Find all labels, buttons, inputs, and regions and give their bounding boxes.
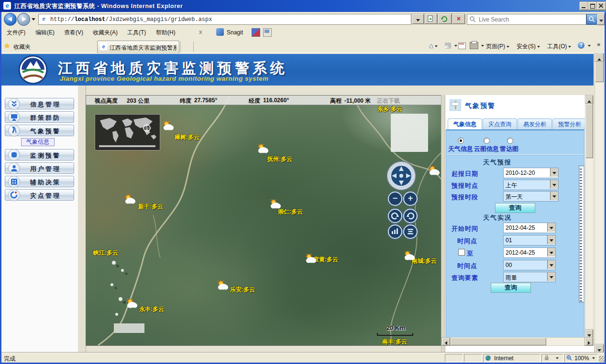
favorites-button[interactable]: ★ 收藏夹	[3, 41, 45, 51]
snagit-capture-icon[interactable]	[252, 28, 260, 37]
sidebar-subitem-weather-info[interactable]: 气象信息	[21, 138, 55, 146]
scrollbar-thumb[interactable]	[585, 104, 593, 158]
chevron-more-icon[interactable]: »	[597, 41, 600, 48]
tab-susceptibility-analysis[interactable]: 易发分析	[518, 118, 552, 130]
scroll-down-button[interactable]	[595, 344, 604, 353]
sidebar-item-group-prevention[interactable]: 群策群防	[5, 111, 74, 123]
tab-warning-analysis[interactable]: 预警分析	[552, 118, 587, 130]
weather-marker-label[interactable]: 乐安:多云	[230, 286, 255, 294]
print-icon[interactable]	[470, 42, 478, 49]
sidebar-splitter[interactable]	[78, 86, 86, 353]
search-go-button[interactable]	[586, 14, 598, 25]
dropdown-arrow-icon[interactable]	[547, 236, 555, 244]
radio-radar-image[interactable]	[507, 138, 513, 144]
home-icon[interactable]: ⌂	[429, 42, 438, 50]
select-time-point-2[interactable]: 00	[503, 260, 556, 270]
weather-marker-label[interactable]: 南丰:多云	[382, 338, 407, 346]
command-safety-button[interactable]: 安全(S)	[517, 43, 540, 51]
select-forecast-time[interactable]: 上午	[503, 180, 559, 190]
menu-help[interactable]: 帮助(H)	[153, 27, 178, 38]
weather-marker-label[interactable]: 新干:多云	[138, 203, 163, 211]
menu-favorites[interactable]: 收藏夹(A)	[90, 27, 121, 38]
menu-tools[interactable]: 工具(T)	[124, 27, 149, 38]
dropdown-arrow-icon[interactable]	[550, 180, 558, 189]
scroll-up-button[interactable]	[585, 96, 593, 104]
rotate-ccw-button[interactable]	[403, 209, 418, 223]
protected-mode-cell[interactable]	[541, 354, 563, 362]
snagit-label[interactable]: Snagit	[227, 29, 243, 36]
close-button[interactable]	[597, 2, 606, 10]
select-query-element[interactable]: 雨量	[503, 272, 556, 282]
scroll-right-button[interactable]	[585, 338, 593, 345]
search-input[interactable]	[478, 15, 575, 23]
weather-marker-label[interactable]: 永丰:多云	[139, 305, 164, 313]
sun-cloud-icon[interactable]	[257, 144, 270, 154]
browser-tab[interactable]: e 江西省地质灾害监测预警系统	[97, 41, 179, 53]
weather-marker-label[interactable]: 抚州:多云	[267, 155, 292, 163]
search-options-dropdown[interactable]	[597, 14, 605, 25]
dropdown-arrow-icon[interactable]	[547, 272, 555, 281]
collapsed-list-strip[interactable]	[579, 165, 584, 303]
dropdown-arrow-icon[interactable]	[547, 260, 555, 269]
sun-cloud-icon[interactable]	[217, 280, 230, 290]
print-dropdown-icon[interactable]	[481, 45, 484, 47]
sun-cloud-icon[interactable]	[124, 194, 137, 204]
select-start-time[interactable]: 2012-04-25	[503, 223, 556, 233]
rss-dropdown-icon[interactable]	[454, 45, 457, 47]
sun-cloud-icon[interactable]	[403, 251, 416, 261]
weather-marker-label[interactable]: 东乡:多云	[377, 105, 402, 113]
select-time-point-1[interactable]: 01	[503, 235, 556, 246]
back-button[interactable]	[4, 13, 17, 26]
zoom-level-cell[interactable]: 100%	[564, 354, 598, 362]
minimize-button[interactable]	[580, 2, 589, 10]
refresh-button[interactable]	[438, 14, 452, 24]
dropdown-arrow-icon[interactable]	[547, 248, 555, 257]
sun-cloud-icon[interactable]	[305, 254, 318, 264]
forecast-query-button[interactable]: 查询	[495, 203, 535, 213]
command-tools-button[interactable]: 工具(O)	[547, 43, 571, 51]
rotate-cw-button[interactable]	[388, 209, 402, 223]
radio-cloud-image[interactable]	[484, 138, 490, 144]
rss-icon[interactable]	[445, 43, 451, 49]
zoom-out-button[interactable]: −	[388, 192, 402, 206]
map-canvas[interactable]: 视点高度 203 公里 纬度 27.7585° 经度 116.0260° 高程 …	[86, 95, 441, 346]
help-icon[interactable]: ?	[578, 42, 584, 49]
sun-cloud-icon[interactable]	[269, 199, 282, 209]
menu-file[interactable]: 文件(F)	[4, 27, 28, 38]
new-tab-stub[interactable]	[180, 42, 194, 52]
dropdown-arrow-icon[interactable]	[550, 192, 558, 200]
stop-button[interactable]: ×	[452, 14, 465, 24]
command-page-button[interactable]: 页面(P)	[486, 43, 509, 51]
sidebar-item-monitor-warning[interactable]: 监测预警	[5, 149, 74, 161]
history-dropdown-icon[interactable]	[32, 18, 35, 21]
maximize-button[interactable]	[588, 2, 597, 10]
scrollbar-thumb[interactable]	[595, 62, 604, 82]
select-forecast-date[interactable]: 2010-12-20	[503, 168, 559, 178]
address-dropdown-button[interactable]	[412, 14, 424, 24]
menu-view[interactable]: 查看(V)	[61, 27, 86, 38]
go-button[interactable]	[425, 14, 437, 24]
panel-vertical-scrollbar[interactable]	[585, 95, 594, 338]
sidebar-item-info-management[interactable]: 信息管理	[5, 98, 74, 109]
radio-label-radar-image[interactable]: 雷达图	[500, 145, 518, 153]
snagit-icon[interactable]	[216, 28, 224, 36]
mail-page-icon[interactable]	[458, 43, 466, 49]
search-box[interactable]	[467, 14, 586, 25]
window-vertical-scrollbar[interactable]	[595, 53, 604, 353]
address-input[interactable]: e http://localhost/Jxdzwebgis_mapgis/gri…	[38, 14, 411, 25]
forward-button[interactable]	[17, 13, 30, 26]
dropdown-arrow-icon[interactable]	[547, 223, 555, 232]
sun-cloud-icon[interactable]	[162, 121, 175, 131]
world-overview-inset[interactable]	[95, 114, 160, 150]
scroll-up-button[interactable]	[595, 54, 604, 62]
tab-weather-info[interactable]: 气象信息	[448, 118, 482, 130]
sun-cloud-icon[interactable]	[428, 166, 441, 176]
panel-horizontal-scrollbar[interactable]	[441, 337, 594, 346]
menu-edit[interactable]: 编辑(E)	[33, 27, 57, 38]
help-dropdown-icon[interactable]	[588, 45, 591, 47]
tab-hazard-query[interactable]: 灾点查询	[483, 118, 517, 130]
scrollbar-thumb[interactable]	[451, 338, 546, 345]
scroll-down-button[interactable]	[585, 330, 593, 338]
weather-marker-label[interactable]: 峡江:多云	[93, 249, 118, 257]
dropdown-arrow-icon[interactable]	[550, 168, 558, 177]
